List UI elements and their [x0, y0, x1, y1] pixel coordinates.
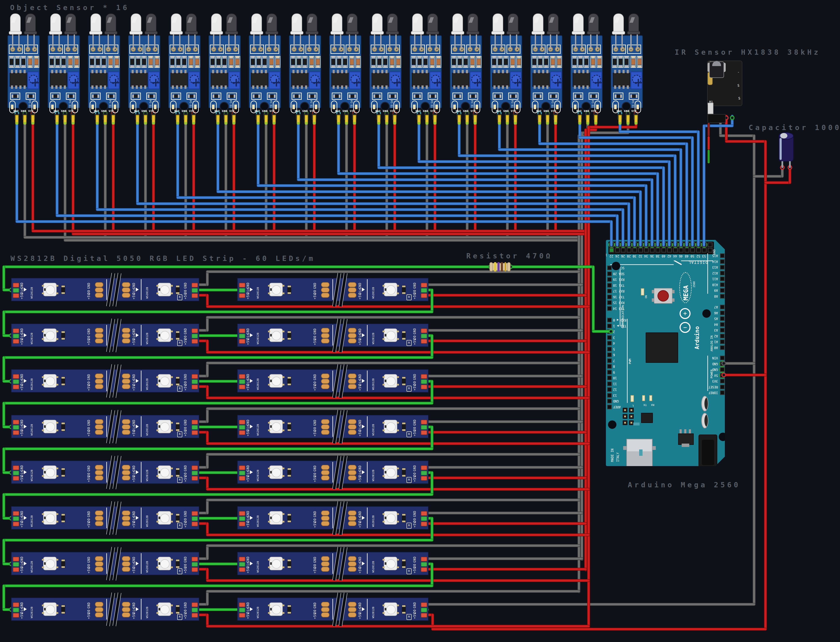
- trimmer-potentiometer[interactable]: [590, 71, 602, 89]
- sensor-vcc-wire[interactable]: [434, 112, 436, 232]
- sensor-out-wire[interactable]: [622, 209, 624, 246]
- data-link-wire[interactable]: [194, 380, 243, 383]
- data-chain-wire[interactable]: [431, 472, 433, 496]
- data-chain-wire[interactable]: [3, 539, 5, 565]
- digital-socket[interactable]: [650, 248, 655, 253]
- object-sensor-module[interactable]: FC-51OUT GND VCC: [209, 13, 240, 127]
- sensor-gnd-wire[interactable]: [346, 112, 348, 238]
- sensor-out-wire[interactable]: [610, 220, 613, 246]
- strip-5v-wire[interactable]: [206, 579, 590, 582]
- data-link-wire[interactable]: [194, 289, 243, 291]
- trimmer-potentiometer[interactable]: [28, 71, 39, 89]
- gnd-bus[interactable]: [64, 239, 583, 242]
- trimmer-potentiometer[interactable]: [550, 71, 562, 89]
- right-pin-socket[interactable]: [720, 294, 725, 298]
- arduino-mega-board[interactable]: 2224262830323436384042444648505253GND5VD…: [606, 240, 725, 466]
- ws2812b-led-strip[interactable]: GNDDin+5VWS2812BGNDDO+5VGNDDin+5VWS2812B…: [11, 415, 199, 438]
- trimmer-potentiometer[interactable]: [68, 71, 80, 89]
- sensor-out-wire[interactable]: [697, 131, 699, 246]
- ir-vcc-wire[interactable]: [725, 140, 767, 143]
- object-sensor-module[interactable]: FC-51OUT GND VCC: [249, 13, 281, 127]
- gnd-to-capacitor[interactable]: [753, 175, 783, 177]
- sensor-gnd-wire[interactable]: [506, 112, 509, 238]
- right-pin-socket[interactable]: [720, 339, 725, 344]
- left-pin-socket[interactable]: [607, 283, 612, 288]
- strip-5v-wire[interactable]: [206, 534, 590, 536]
- sensor-out-wire[interactable]: [674, 155, 676, 246]
- sensor-out-wire[interactable]: [656, 173, 659, 246]
- wire-connector-dot[interactable]: [609, 329, 613, 334]
- sensor-out-wire[interactable]: [257, 185, 647, 186]
- sensor-out-wire[interactable]: [56, 215, 618, 217]
- left-pin-socket[interactable]: [607, 364, 612, 369]
- sensor-out-wire[interactable]: [651, 178, 653, 246]
- data-link-wire[interactable]: [194, 517, 243, 519]
- right-pin-socket[interactable]: [720, 259, 725, 264]
- object-sensor-module[interactable]: FC-51OUT GND VCC: [128, 13, 160, 127]
- left-pin-socket[interactable]: [607, 277, 612, 282]
- ws2812b-led-strip[interactable]: GNDDin+5VWS2812BGNDDO+5VGNDDin+5VWS2812B…: [237, 598, 429, 621]
- strip-gnd-wire[interactable]: [206, 316, 580, 318]
- trimmer-potentiometer[interactable]: [309, 71, 321, 89]
- sensor-out-wire[interactable]: [16, 112, 18, 223]
- data-chain-wire[interactable]: [431, 335, 433, 358]
- vcc-bus-vertical[interactable]: [588, 126, 590, 628]
- digital-socket[interactable]: [621, 248, 626, 253]
- strip-gnd-wire[interactable]: [206, 362, 208, 377]
- wire-connector-dot[interactable]: [721, 373, 726, 377]
- ir-signal-wire[interactable]: [703, 125, 705, 246]
- ws2812b-led-strip[interactable]: GNDDin+5VWS2812BGNDDO+5VGNDDin+5VWS2812B…: [11, 598, 199, 621]
- left-pin-socket[interactable]: [607, 289, 612, 293]
- sensor-out-wire[interactable]: [645, 185, 647, 246]
- left-pin-socket[interactable]: [607, 324, 612, 328]
- sensor-out-wire[interactable]: [217, 191, 642, 193]
- trimmer-potentiometer[interactable]: [108, 71, 120, 89]
- left-pin-socket[interactable]: [607, 376, 612, 380]
- left-pin-socket[interactable]: [607, 295, 612, 299]
- right-pin-socket[interactable]: [720, 322, 725, 327]
- strip-5v-wire[interactable]: [426, 568, 587, 570]
- strip-5v-wire[interactable]: [206, 351, 590, 353]
- strip-5v-wire[interactable]: [206, 306, 590, 308]
- trimmer-potentiometer[interactable]: [429, 71, 441, 89]
- sensor-out-wire[interactable]: [56, 112, 58, 217]
- data-link-wire[interactable]: [194, 426, 243, 428]
- strip-gnd-wire[interactable]: [426, 512, 583, 514]
- sensor-out-wire[interactable]: [458, 155, 676, 157]
- sensor-out-wire[interactable]: [378, 167, 665, 169]
- strip-5v-wire[interactable]: [206, 625, 590, 627]
- digital-socket[interactable]: [656, 248, 660, 253]
- data-chain-wire[interactable]: [431, 289, 433, 313]
- data-link-wire[interactable]: [194, 472, 243, 473]
- sensor-gnd-wire[interactable]: [185, 112, 187, 238]
- ws2812b-led-strip[interactable]: GNDDin+5VWS2812BGNDDO+5VGNDDin+5VWS2812B…: [237, 506, 429, 529]
- v5-to-arduino[interactable]: [721, 374, 767, 376]
- data-chain-wire[interactable]: [3, 585, 5, 611]
- data-link-wire[interactable]: [194, 608, 243, 611]
- right-pin-socket[interactable]: [720, 385, 725, 389]
- digital-socket[interactable]: [661, 248, 666, 253]
- object-sensor-module[interactable]: FC-51OUT GND VCC: [88, 13, 120, 127]
- resistor-component[interactable]: [489, 262, 510, 271]
- left-pin-socket[interactable]: [607, 370, 612, 374]
- sensor-vcc-wire[interactable]: [32, 112, 34, 232]
- strip-gnd-wire[interactable]: [206, 545, 580, 547]
- sensor-out-wire[interactable]: [579, 136, 694, 139]
- strip-5v-wire[interactable]: [206, 443, 590, 445]
- ws2812b-led-strip[interactable]: GNDDin+5VWS2812BGNDDO+5VGNDDin+5VWS2812B…: [237, 460, 429, 484]
- data-chain-wire[interactable]: [431, 426, 433, 450]
- left-pin-socket[interactable]: [607, 318, 612, 323]
- sensor-out-wire[interactable]: [628, 203, 630, 246]
- ws2812b-led-strip[interactable]: GNDDin+5VWS2812BGNDDO+5VGNDDin+5VWS2812B…: [237, 552, 429, 575]
- sensor-out-wire[interactable]: [663, 167, 665, 246]
- sensor-out-wire[interactable]: [177, 196, 635, 199]
- trimmer-potentiometer[interactable]: [470, 71, 481, 89]
- data-chain-wire[interactable]: [3, 585, 433, 587]
- strip-gnd-wire[interactable]: [206, 590, 580, 592]
- digital-socket[interactable]: [615, 248, 620, 253]
- strip-gnd-wire[interactable]: [426, 603, 755, 605]
- sensor-out-wire[interactable]: [96, 209, 624, 211]
- digital-socket[interactable]: [627, 248, 631, 253]
- trimmer-potentiometer[interactable]: [269, 71, 280, 89]
- strip-gnd-wire[interactable]: [426, 421, 583, 423]
